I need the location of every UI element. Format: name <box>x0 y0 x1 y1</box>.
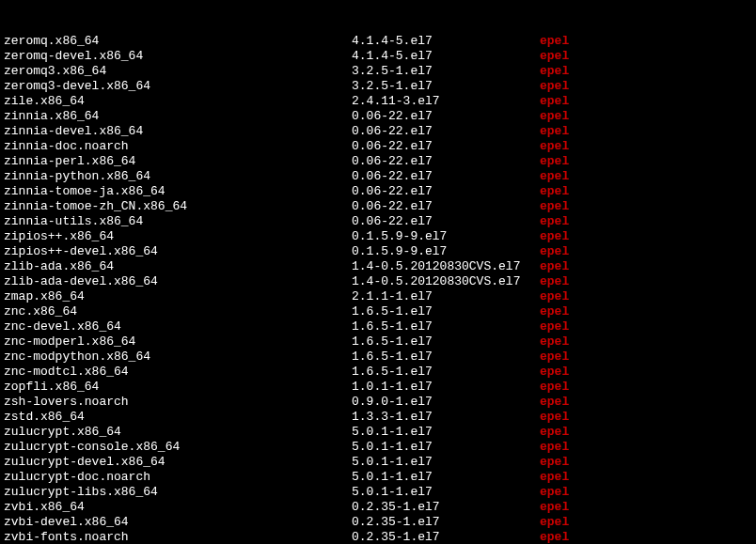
package-version: 1.6.5-1.el7 <box>352 334 540 350</box>
package-row: znc.x86_641.6.5-1.el7epel <box>4 304 752 319</box>
package-row: zulucrypt-console.x86_645.0.1-1.el7epel <box>4 440 752 455</box>
package-repo: epel <box>540 395 569 410</box>
package-repo: epel <box>540 259 569 274</box>
package-row: zinnia-python.x86_640.06-22.el7epel <box>4 169 752 184</box>
package-name: znc-modpython.x86_64 <box>4 350 352 365</box>
package-repo: epel <box>540 229 569 244</box>
package-version: 1.6.5-1.el7 <box>352 304 540 319</box>
package-version: 3.2.5-1.el7 <box>352 79 540 94</box>
package-version: 5.0.1-1.el7 <box>352 455 540 470</box>
package-version: 0.06-22.el7 <box>352 139 540 154</box>
package-version: 5.0.1-1.el7 <box>352 440 540 455</box>
package-row: zlib-ada-devel.x86_641.4-0.5.20120830CVS… <box>4 274 752 289</box>
package-row: zinnia-tomoe-ja.x86_640.06-22.el7epel <box>4 184 752 199</box>
package-row: zlib-ada.x86_641.4-0.5.20120830CVS.el7ep… <box>4 259 752 274</box>
package-row: zinnia-utils.x86_640.06-22.el7epel <box>4 214 752 229</box>
package-row: zulucrypt-doc.noarch5.0.1-1.el7epel <box>4 470 752 485</box>
package-repo: epel <box>540 289 569 304</box>
package-row: zmap.x86_642.1.1-1.el7epel <box>4 289 752 304</box>
package-repo: epel <box>540 410 569 425</box>
package-row: zile.x86_642.4.11-3.el7epel <box>4 94 752 109</box>
package-repo: epel <box>540 515 569 530</box>
package-row: zeromq3-devel.x86_643.2.5-1.el7epel <box>4 79 752 94</box>
package-repo: epel <box>540 139 569 154</box>
package-row: zulucrypt-libs.x86_645.0.1-1.el7epel <box>4 485 752 500</box>
package-version: 3.2.5-1.el7 <box>352 64 540 79</box>
package-version: 1.0.1-1.el7 <box>352 380 540 395</box>
package-repo: epel <box>540 64 569 79</box>
package-name: znc-devel.x86_64 <box>4 319 352 334</box>
package-version: 0.06-22.el7 <box>352 214 540 229</box>
package-version: 2.1.1-1.el7 <box>352 289 540 304</box>
package-name: znc.x86_64 <box>4 304 352 319</box>
package-row: zinnia.x86_640.06-22.el7epel <box>4 109 752 124</box>
package-name: zulucrypt-libs.x86_64 <box>4 485 352 500</box>
package-row: znc-modperl.x86_641.6.5-1.el7epel <box>4 334 752 350</box>
package-repo: epel <box>540 199 569 214</box>
package-name: zvbi.x86_64 <box>4 500 352 515</box>
package-repo: epel <box>540 365 569 380</box>
package-row: zeromq.x86_644.1.4-5.el7epel <box>4 34 752 49</box>
package-name: zinnia-tomoe-ja.x86_64 <box>4 184 352 199</box>
package-name: zinnia-tomoe-zh_CN.x86_64 <box>4 199 352 214</box>
package-row: zvbi-devel.x86_640.2.35-1.el7epel <box>4 515 752 530</box>
package-repo: epel <box>540 169 569 184</box>
package-row: zsh-lovers.noarch0.9.0-1.el7epel <box>4 395 752 410</box>
package-version: 2.4.11-3.el7 <box>352 94 540 109</box>
package-name: zlib-ada.x86_64 <box>4 259 352 274</box>
package-row: zinnia-doc.noarch0.06-22.el7epel <box>4 139 752 154</box>
package-name: zulucrypt-console.x86_64 <box>4 440 352 455</box>
package-name: zeromq3.x86_64 <box>4 64 352 79</box>
package-name: zinnia-doc.noarch <box>4 139 352 154</box>
package-version: 1.3.3-1.el7 <box>352 410 540 425</box>
package-row: zeromq3.x86_643.2.5-1.el7epel <box>4 64 752 79</box>
package-version: 0.06-22.el7 <box>352 199 540 214</box>
package-repo: epel <box>540 334 569 350</box>
package-version: 0.06-22.el7 <box>352 154 540 169</box>
package-version: 4.1.4-5.el7 <box>352 49 540 64</box>
package-row: zipios++.x86_640.1.5.9-9.el7epel <box>4 229 752 244</box>
package-row: zeromq-devel.x86_644.1.4-5.el7epel <box>4 49 752 64</box>
package-name: zsh-lovers.noarch <box>4 395 352 410</box>
package-repo: epel <box>540 350 569 365</box>
package-name: zinnia-python.x86_64 <box>4 169 352 184</box>
package-row: zopfli.x86_641.0.1-1.el7epel <box>4 380 752 395</box>
package-version: 1.6.5-1.el7 <box>352 365 540 380</box>
package-version: 0.9.0-1.el7 <box>352 395 540 410</box>
package-repo: epel <box>540 79 569 94</box>
package-repo: epel <box>540 109 569 124</box>
package-name: zvbi-devel.x86_64 <box>4 515 352 530</box>
package-row: zstd.x86_641.3.3-1.el7epel <box>4 410 752 425</box>
package-row: zipios++-devel.x86_640.1.5.9-9.el7epel <box>4 244 752 259</box>
package-version: 5.0.1-1.el7 <box>352 425 540 440</box>
package-repo: epel <box>540 425 569 440</box>
package-version: 5.0.1-1.el7 <box>352 470 540 485</box>
package-name: zulucrypt-devel.x86_64 <box>4 455 352 470</box>
package-repo: epel <box>540 319 569 334</box>
package-name: znc-modperl.x86_64 <box>4 334 352 350</box>
package-repo: epel <box>540 440 569 455</box>
package-version: 1.6.5-1.el7 <box>352 350 540 365</box>
package-repo: epel <box>540 34 569 49</box>
package-version: 0.2.35-1.el7 <box>352 515 540 530</box>
package-name: zipios++-devel.x86_64 <box>4 244 352 259</box>
terminal-output: zeromq.x86_644.1.4-5.el7epelzeromq-devel… <box>4 4 752 544</box>
package-name: znc-modtcl.x86_64 <box>4 365 352 380</box>
package-repo: epel <box>540 455 569 470</box>
package-row: zvbi.x86_640.2.35-1.el7epel <box>4 500 752 515</box>
package-repo: epel <box>540 244 569 259</box>
package-version: 0.2.35-1.el7 <box>352 530 540 544</box>
package-name: zvbi-fonts.noarch <box>4 530 352 544</box>
package-name: zlib-ada-devel.x86_64 <box>4 274 352 289</box>
package-name: zopfli.x86_64 <box>4 380 352 395</box>
package-version: 0.06-22.el7 <box>352 124 540 139</box>
package-name: zeromq3-devel.x86_64 <box>4 79 352 94</box>
package-repo: epel <box>540 94 569 109</box>
package-name: zipios++.x86_64 <box>4 229 352 244</box>
package-repo: epel <box>540 304 569 319</box>
package-repo: epel <box>540 49 569 64</box>
package-version: 1.6.5-1.el7 <box>352 319 540 334</box>
package-version: 1.4-0.5.20120830CVS.el7 <box>352 274 540 289</box>
package-row: zvbi-fonts.noarch0.2.35-1.el7epel <box>4 530 752 544</box>
package-repo: epel <box>540 380 569 395</box>
